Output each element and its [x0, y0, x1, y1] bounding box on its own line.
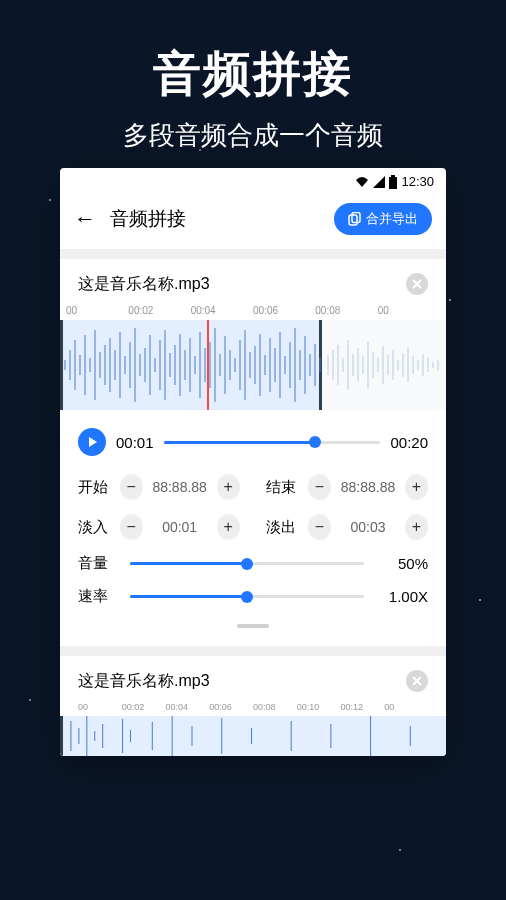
fadeout-plus-button[interactable]: + [405, 514, 428, 540]
remove-track-button[interactable] [406, 670, 428, 692]
section-divider [60, 646, 446, 656]
status-bar: 12:30 [60, 168, 446, 195]
wifi-icon [355, 176, 369, 188]
close-icon [412, 676, 422, 686]
time-ruler: 0000:0200:0400:0600:0800:1000:1200 [78, 702, 428, 712]
fadein-minus-button[interactable]: − [120, 514, 143, 540]
remove-track-button[interactable] [406, 273, 428, 295]
status-time: 12:30 [401, 174, 434, 189]
merge-export-button[interactable]: 合并导出 [334, 203, 432, 235]
fadeout-minus-button[interactable]: − [308, 514, 331, 540]
speed-slider[interactable] [130, 595, 364, 598]
page-title: 音频拼接 [110, 206, 334, 232]
fadeout-label: 淡出 [266, 518, 300, 537]
start-label: 开始 [78, 478, 112, 497]
track-filename: 这是音乐名称.mp3 [78, 671, 210, 692]
end-value: 88:88.88 [339, 479, 397, 495]
fadeout-value: 00:03 [339, 519, 397, 535]
waveform-editor[interactable] [60, 320, 446, 410]
play-icon [86, 436, 98, 448]
waveform-graphic [63, 716, 446, 756]
volume-label: 音量 [78, 554, 116, 573]
fadein-value: 00:01 [151, 519, 209, 535]
play-button[interactable] [78, 428, 106, 456]
promo-subtitle: 多段音频合成一个音频 [0, 118, 506, 153]
playback-slider[interactable] [164, 441, 381, 444]
battery-icon [389, 175, 397, 189]
start-plus-button[interactable]: + [217, 474, 240, 500]
end-minus-button[interactable]: − [308, 474, 331, 500]
total-time: 00:20 [390, 434, 428, 451]
back-button[interactable]: ← [74, 206, 96, 232]
track-card-2: 这是音乐名称.mp3 0000:0200:0400:0600:0800:1000… [60, 656, 446, 756]
track-filename: 这是音乐名称.mp3 [78, 274, 210, 295]
fadein-label: 淡入 [78, 518, 112, 537]
current-time: 00:01 [116, 434, 154, 451]
signal-icon [373, 176, 385, 188]
fadein-plus-button[interactable]: + [217, 514, 240, 540]
speed-label: 速率 [78, 587, 116, 606]
svg-rect-2 [349, 215, 357, 225]
waveform-editor[interactable] [60, 716, 446, 756]
close-icon [412, 279, 422, 289]
start-minus-button[interactable]: − [120, 474, 143, 500]
playhead[interactable] [207, 320, 209, 410]
playback-controls: 00:01 00:20 [78, 428, 428, 456]
end-label: 结束 [266, 478, 300, 497]
promo-title: 音频拼接 [0, 42, 506, 106]
waveform-graphic [60, 320, 446, 410]
svg-rect-1 [391, 175, 395, 177]
speed-value: 1.00X [378, 588, 428, 605]
start-value: 88:88.88 [151, 479, 209, 495]
app-bar: ← 音频拼接 合并导出 [60, 195, 446, 249]
phone-frame: 12:30 ← 音频拼接 合并导出 这是音乐名称.mp3 0000:0200:0… [60, 168, 446, 756]
svg-rect-0 [389, 177, 397, 189]
volume-value: 50% [378, 555, 428, 572]
drag-handle[interactable] [78, 620, 428, 632]
end-plus-button[interactable]: + [405, 474, 428, 500]
svg-rect-3 [352, 213, 360, 223]
volume-slider[interactable] [130, 562, 364, 565]
time-ruler: 0000:0200:0400:0600:0800 [60, 305, 446, 316]
copy-icon [348, 212, 362, 226]
section-divider [60, 249, 446, 259]
track-card-1: 这是音乐名称.mp3 0000:0200:0400:0600:0800 [60, 259, 446, 646]
